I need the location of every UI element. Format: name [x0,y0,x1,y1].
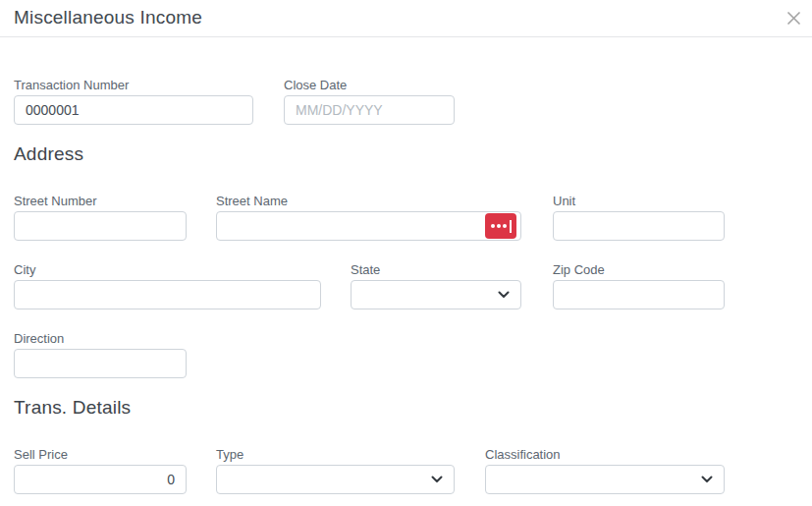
close-button[interactable] [782,6,805,29]
zip-code-label: Zip Code [553,262,725,278]
street-name-input[interactable] [216,211,521,241]
close-icon [786,11,801,26]
unit-input[interactable] [553,211,725,241]
sell-price-field-group: Sell Price [14,447,187,494]
state-label: State [351,262,521,278]
city-input[interactable] [14,280,321,309]
type-field-group: Type [216,447,455,494]
close-date-input[interactable] [284,95,455,125]
street-name-label: Street Name [216,194,521,209]
state-select[interactable] [351,280,521,309]
close-date-label: Close Date [284,78,455,93]
street-number-input[interactable] [14,211,187,241]
trans-details-section-heading: Trans. Details [14,397,131,419]
transaction-number-label: Transaction Number [14,78,253,93]
direction-field-group: Direction [14,331,187,378]
state-field-group: State [351,262,521,309]
close-date-field-group: Close Date [284,78,455,125]
street-number-field-group: Street Number [14,194,187,241]
zip-code-input[interactable] [553,280,725,309]
street-number-label: Street Number [14,194,187,209]
classification-field-group: Classification [485,447,725,494]
classification-select[interactable] [485,465,725,494]
type-label: Type [216,447,455,463]
unit-label: Unit [553,194,725,209]
street-name-lookup-button[interactable] [485,213,516,239]
city-label: City [14,262,321,278]
page-title: Miscellaneous Income [14,7,202,28]
direction-input[interactable] [14,349,187,378]
transaction-number-field-group: Transaction Number [14,78,253,125]
city-field-group: City [14,262,321,309]
miscellaneous-income-modal: Miscellaneous Income Transaction Number … [0,0,812,506]
lookup-cursor-icon [510,220,512,233]
sell-price-label: Sell Price [14,447,187,463]
street-name-field-group: Street Name [216,194,521,241]
lookup-ellipsis-icon [491,224,495,228]
address-section-heading: Address [14,143,83,165]
unit-field-group: Unit [553,194,725,241]
zip-code-field-group: Zip Code [553,262,725,309]
classification-label: Classification [485,447,725,463]
transaction-number-input[interactable] [14,95,253,125]
modal-header: Miscellaneous Income [0,0,812,37]
sell-price-input[interactable] [14,465,187,494]
direction-label: Direction [14,331,187,347]
type-select[interactable] [216,465,455,494]
